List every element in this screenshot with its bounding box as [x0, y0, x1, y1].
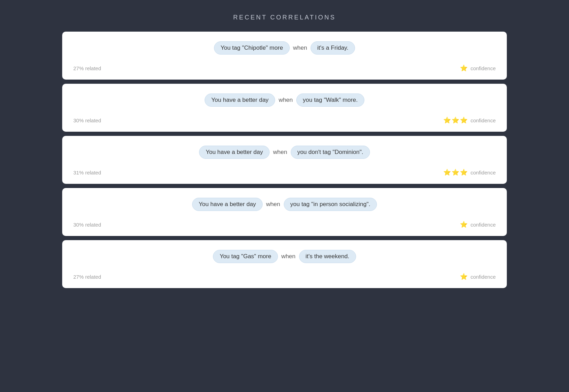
subject-pill: You have a better day [205, 93, 275, 107]
correlation-statement: You have a better day when you tag "Walk… [73, 93, 496, 107]
star-icon: ⭐ [460, 221, 468, 228]
correlation-statement: You have a better day when you tag "in p… [73, 198, 496, 211]
connector-word: when [281, 253, 296, 260]
connector-word: when [293, 44, 307, 51]
related-percent: 31% related [73, 170, 101, 175]
correlation-footer: 31% related ⭐⭐⭐ confidence [73, 169, 496, 176]
predicate-pill: it's the weekend. [299, 250, 356, 263]
correlation-statement: You have a better day when you don't tag… [73, 146, 496, 159]
correlation-card: You have a better day when you tag "Walk… [62, 84, 507, 132]
correlation-footer: 27% related ⭐ confidence [73, 64, 496, 72]
connector-word: when [279, 97, 293, 104]
star-icon: ⭐ [460, 273, 468, 280]
confidence-label: confidence [470, 65, 496, 71]
correlation-card: You have a better day when you don't tag… [62, 136, 507, 184]
correlation-statement: You tag "Gas" more when it's the weekend… [73, 250, 496, 263]
star-icon: ⭐ [460, 169, 468, 176]
stars-container: ⭐⭐⭐ [443, 169, 468, 176]
subject-pill: You have a better day [192, 198, 263, 211]
stars-container: ⭐⭐⭐ [443, 116, 468, 124]
correlation-footer: 30% related ⭐⭐⭐ confidence [73, 116, 496, 124]
confidence-section: ⭐ confidence [460, 64, 496, 72]
correlation-statement: You tag "Chipotle" more when it's a Frid… [73, 41, 496, 55]
page-title: RECENT CORRELATIONS [7, 14, 562, 21]
predicate-pill: you tag "in person socializing". [284, 198, 377, 211]
confidence-label: confidence [470, 274, 496, 280]
stars-container: ⭐ [460, 64, 468, 72]
predicate-pill: it's a Friday. [311, 41, 355, 55]
correlation-footer: 27% related ⭐ confidence [73, 273, 496, 280]
confidence-section: ⭐⭐⭐ confidence [443, 169, 496, 176]
correlations-list: You tag "Chipotle" more when it's a Frid… [62, 32, 507, 288]
correlation-card: You tag "Chipotle" more when it's a Frid… [62, 32, 507, 80]
confidence-label: confidence [470, 170, 496, 175]
connector-word: when [266, 201, 280, 208]
star-icon: ⭐ [452, 169, 459, 176]
correlation-footer: 30% related ⭐ confidence [73, 221, 496, 228]
stars-container: ⭐ [460, 221, 468, 228]
subject-pill: You tag "Chipotle" more [214, 41, 290, 55]
related-percent: 27% related [73, 274, 101, 280]
star-icon: ⭐ [460, 64, 468, 72]
confidence-label: confidence [470, 222, 496, 228]
confidence-section: ⭐⭐⭐ confidence [443, 116, 496, 124]
related-percent: 30% related [73, 222, 101, 228]
correlation-card: You tag "Gas" more when it's the weekend… [62, 240, 507, 288]
predicate-pill: you don't tag "Dominion". [291, 146, 370, 159]
related-percent: 30% related [73, 117, 101, 123]
star-icon: ⭐ [452, 116, 459, 124]
confidence-section: ⭐ confidence [460, 273, 496, 280]
star-icon: ⭐ [460, 116, 468, 124]
subject-pill: You tag "Gas" more [213, 250, 278, 263]
stars-container: ⭐ [460, 273, 468, 280]
star-icon: ⭐ [443, 116, 451, 124]
related-percent: 27% related [73, 65, 101, 71]
connector-word: when [273, 149, 287, 156]
subject-pill: You have a better day [199, 146, 270, 159]
confidence-section: ⭐ confidence [460, 221, 496, 228]
predicate-pill: you tag "Walk" more. [296, 93, 364, 107]
correlation-card: You have a better day when you tag "in p… [62, 188, 507, 236]
star-icon: ⭐ [443, 169, 451, 176]
confidence-label: confidence [470, 117, 496, 123]
